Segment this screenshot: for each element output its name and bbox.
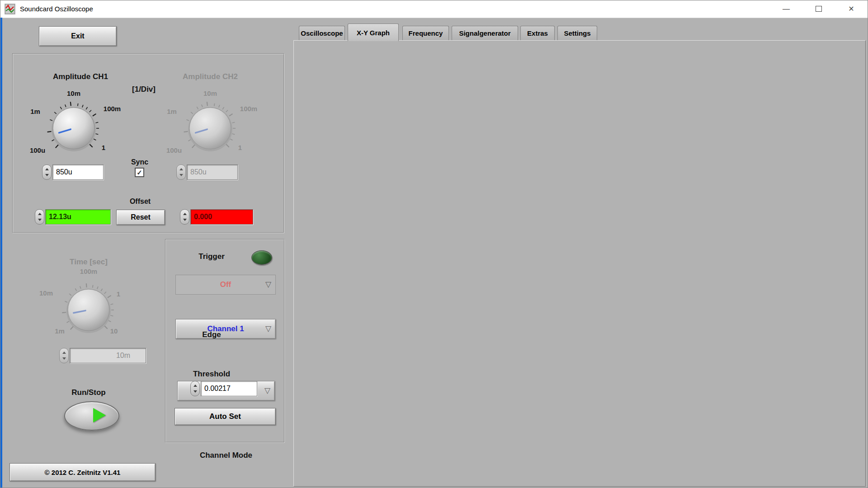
knob-tick-label: 1	[232, 144, 248, 151]
chevron-down-icon: ▽	[264, 386, 270, 395]
tab-settings[interactable]: Settings	[557, 26, 597, 40]
threshold-spinner[interactable]	[190, 381, 200, 396]
tab-frequency[interactable]: Frequency	[402, 26, 449, 40]
knob-tick-label: 10	[104, 327, 124, 335]
knob-tick-label: 1	[96, 144, 111, 151]
maximize-icon	[816, 6, 822, 12]
maximize-button[interactable]	[802, 0, 835, 18]
trigger-title: Trigger	[184, 252, 239, 261]
knob-tick-label: 1m	[26, 108, 44, 115]
ch2-offset-field[interactable]: 0.000	[190, 209, 253, 225]
chevron-down-icon: ▽	[265, 280, 271, 289]
exit-button[interactable]: Exit	[39, 26, 117, 46]
knob-tick-label: 10m	[198, 89, 222, 97]
amplitude-ch2-title: Amplitude CH2	[160, 72, 260, 81]
ch2-offset-spinner[interactable]	[180, 209, 189, 225]
threshold-field[interactable]: 0.00217	[201, 381, 257, 396]
amplitude-ch1-knob[interactable]	[43, 98, 104, 161]
edge-label: Edge	[184, 330, 239, 339]
chevron-down-icon: ▽	[265, 324, 271, 333]
offset-label: Offset	[120, 197, 160, 206]
offset-reset-button[interactable]: Reset	[116, 210, 165, 225]
amplitude-ch1-title: Amplitude CH1	[31, 72, 130, 81]
tab-signalgenerator[interactable]: Signalgenerator	[452, 26, 518, 40]
run-stop-label: Run/Stop	[57, 388, 120, 397]
sync-label: Sync	[125, 158, 154, 166]
window-left-edge	[0, 18, 2, 488]
minimize-button[interactable]: —	[770, 0, 802, 18]
knob-tick-label: 1	[111, 290, 126, 298]
app-icon	[5, 4, 15, 14]
ch1-offset-spinner[interactable]	[35, 209, 44, 225]
ch2-amplitude-spinner[interactable]	[176, 164, 186, 180]
auto-set-button[interactable]: Auto Set	[175, 408, 276, 425]
knob-tick-label: 10m	[34, 289, 58, 297]
knob-tick-label: 1m	[50, 327, 70, 335]
title-bar: Soundcard Oszilloscope — ✕	[0, 0, 868, 18]
time-spinner[interactable]	[59, 348, 69, 363]
knob-tick-label: 100u	[164, 146, 184, 154]
trigger-mode-dropdown[interactable]: Off ▽	[175, 275, 276, 295]
knob-tick-label: 1m	[163, 108, 181, 115]
trigger-mode-value: Off	[220, 280, 231, 289]
window-title: Soundcard Oszilloscope	[20, 0, 93, 18]
knob-tick-label: 10m	[61, 89, 86, 97]
time-title: Time [sec]	[55, 258, 123, 267]
ch1-amplitude-spinner[interactable]	[42, 164, 52, 180]
ch2-amplitude-field: 850u	[187, 164, 238, 180]
close-button[interactable]: ✕	[835, 0, 868, 18]
tab-x-y-graph[interactable]: X-Y Graph	[348, 23, 399, 41]
ch1-amplitude-field[interactable]: 850u	[52, 164, 104, 180]
sync-checkbox[interactable]: ✓	[135, 168, 144, 177]
tab-oscilloscope[interactable]: Oscilloscope	[299, 26, 345, 40]
knob-tick-label: 100m	[98, 105, 127, 113]
time-field: 10m	[70, 348, 146, 363]
threshold-label: Threshold	[180, 370, 243, 379]
knob-tick-label: 100m	[234, 105, 263, 113]
knob-tick-label: 100u	[27, 146, 48, 154]
tab-content-panel	[293, 40, 866, 487]
trigger-led	[251, 250, 272, 265]
run-stop-button[interactable]	[64, 401, 119, 431]
copyright-bar: © 2012 C. Zeitnitz V1.41	[9, 463, 156, 481]
knob-tick-label: 100m	[72, 267, 105, 275]
play-icon	[93, 408, 106, 422]
ch1-offset-field[interactable]: 12.13u	[45, 209, 111, 225]
tab-extras[interactable]: Extras	[520, 26, 555, 40]
amplitude-ch2-knob[interactable]	[179, 98, 241, 161]
channel-mode-label: Channel Mode	[188, 451, 264, 460]
per-div-label: [1/Div]	[125, 85, 163, 94]
